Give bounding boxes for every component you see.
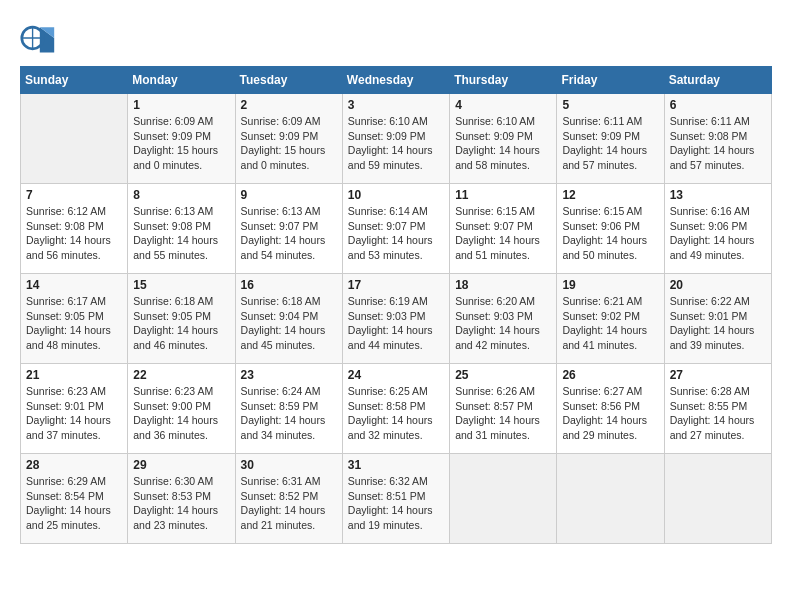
sunrise-text: Sunrise: 6:13 AM [241, 204, 337, 219]
week-row-3: 14Sunrise: 6:17 AMSunset: 9:05 PMDayligh… [21, 274, 772, 364]
day-number: 28 [26, 458, 122, 472]
sunset-text: Sunset: 9:08 PM [133, 219, 229, 234]
day-number: 19 [562, 278, 658, 292]
calendar-cell: 25Sunrise: 6:26 AMSunset: 8:57 PMDayligh… [450, 364, 557, 454]
day-number: 12 [562, 188, 658, 202]
weekday-header-tuesday: Tuesday [235, 67, 342, 94]
sunset-text: Sunset: 9:01 PM [26, 399, 122, 414]
day-number: 31 [348, 458, 444, 472]
sunset-text: Sunset: 8:54 PM [26, 489, 122, 504]
daylight-text: Daylight: 14 hours and 19 minutes. [348, 503, 444, 532]
day-number: 1 [133, 98, 229, 112]
sunset-text: Sunset: 9:07 PM [348, 219, 444, 234]
weekday-header-saturday: Saturday [664, 67, 771, 94]
day-number: 25 [455, 368, 551, 382]
logo [20, 20, 62, 56]
calendar-cell: 10Sunrise: 6:14 AMSunset: 9:07 PMDayligh… [342, 184, 449, 274]
calendar-cell: 12Sunrise: 6:15 AMSunset: 9:06 PMDayligh… [557, 184, 664, 274]
day-number: 4 [455, 98, 551, 112]
sunset-text: Sunset: 9:05 PM [133, 309, 229, 324]
weekday-header-wednesday: Wednesday [342, 67, 449, 94]
sunset-text: Sunset: 8:58 PM [348, 399, 444, 414]
sunrise-text: Sunrise: 6:23 AM [133, 384, 229, 399]
logo-icon [20, 20, 56, 56]
week-row-1: 1Sunrise: 6:09 AMSunset: 9:09 PMDaylight… [21, 94, 772, 184]
calendar-cell: 19Sunrise: 6:21 AMSunset: 9:02 PMDayligh… [557, 274, 664, 364]
daylight-text: Daylight: 14 hours and 51 minutes. [455, 233, 551, 262]
sunset-text: Sunset: 9:03 PM [348, 309, 444, 324]
weekday-header-row: SundayMondayTuesdayWednesdayThursdayFrid… [21, 67, 772, 94]
calendar-table: SundayMondayTuesdayWednesdayThursdayFrid… [20, 66, 772, 544]
sunrise-text: Sunrise: 6:22 AM [670, 294, 766, 309]
calendar-cell: 8Sunrise: 6:13 AMSunset: 9:08 PMDaylight… [128, 184, 235, 274]
calendar-cell: 3Sunrise: 6:10 AMSunset: 9:09 PMDaylight… [342, 94, 449, 184]
daylight-text: Daylight: 14 hours and 39 minutes. [670, 323, 766, 352]
day-number: 14 [26, 278, 122, 292]
daylight-text: Daylight: 14 hours and 36 minutes. [133, 413, 229, 442]
sunrise-text: Sunrise: 6:14 AM [348, 204, 444, 219]
weekday-header-monday: Monday [128, 67, 235, 94]
sunset-text: Sunset: 9:08 PM [26, 219, 122, 234]
weekday-header-friday: Friday [557, 67, 664, 94]
day-number: 16 [241, 278, 337, 292]
sunset-text: Sunset: 9:07 PM [241, 219, 337, 234]
calendar-cell: 30Sunrise: 6:31 AMSunset: 8:52 PMDayligh… [235, 454, 342, 544]
sunset-text: Sunset: 9:01 PM [670, 309, 766, 324]
daylight-text: Daylight: 14 hours and 59 minutes. [348, 143, 444, 172]
sunset-text: Sunset: 9:09 PM [562, 129, 658, 144]
day-number: 13 [670, 188, 766, 202]
calendar-cell: 22Sunrise: 6:23 AMSunset: 9:00 PMDayligh… [128, 364, 235, 454]
sunrise-text: Sunrise: 6:11 AM [670, 114, 766, 129]
sunset-text: Sunset: 8:57 PM [455, 399, 551, 414]
sunrise-text: Sunrise: 6:12 AM [26, 204, 122, 219]
sunrise-text: Sunrise: 6:16 AM [670, 204, 766, 219]
calendar-cell: 9Sunrise: 6:13 AMSunset: 9:07 PMDaylight… [235, 184, 342, 274]
day-number: 2 [241, 98, 337, 112]
calendar-cell [557, 454, 664, 544]
daylight-text: Daylight: 14 hours and 50 minutes. [562, 233, 658, 262]
sunrise-text: Sunrise: 6:18 AM [133, 294, 229, 309]
sunrise-text: Sunrise: 6:21 AM [562, 294, 658, 309]
sunrise-text: Sunrise: 6:13 AM [133, 204, 229, 219]
day-number: 9 [241, 188, 337, 202]
calendar-cell: 17Sunrise: 6:19 AMSunset: 9:03 PMDayligh… [342, 274, 449, 364]
sunset-text: Sunset: 8:59 PM [241, 399, 337, 414]
calendar-cell: 6Sunrise: 6:11 AMSunset: 9:08 PMDaylight… [664, 94, 771, 184]
calendar-cell: 16Sunrise: 6:18 AMSunset: 9:04 PMDayligh… [235, 274, 342, 364]
sunset-text: Sunset: 8:51 PM [348, 489, 444, 504]
day-number: 20 [670, 278, 766, 292]
calendar-cell [664, 454, 771, 544]
sunrise-text: Sunrise: 6:10 AM [348, 114, 444, 129]
daylight-text: Daylight: 14 hours and 55 minutes. [133, 233, 229, 262]
calendar-cell [21, 94, 128, 184]
daylight-text: Daylight: 14 hours and 56 minutes. [26, 233, 122, 262]
sunrise-text: Sunrise: 6:18 AM [241, 294, 337, 309]
day-number: 30 [241, 458, 337, 472]
daylight-text: Daylight: 14 hours and 32 minutes. [348, 413, 444, 442]
sunset-text: Sunset: 8:55 PM [670, 399, 766, 414]
daylight-text: Daylight: 14 hours and 45 minutes. [241, 323, 337, 352]
sunrise-text: Sunrise: 6:11 AM [562, 114, 658, 129]
day-number: 18 [455, 278, 551, 292]
sunrise-text: Sunrise: 6:15 AM [455, 204, 551, 219]
day-number: 6 [670, 98, 766, 112]
daylight-text: Daylight: 15 hours and 0 minutes. [241, 143, 337, 172]
daylight-text: Daylight: 14 hours and 42 minutes. [455, 323, 551, 352]
daylight-text: Daylight: 14 hours and 48 minutes. [26, 323, 122, 352]
calendar-cell: 24Sunrise: 6:25 AMSunset: 8:58 PMDayligh… [342, 364, 449, 454]
sunset-text: Sunset: 9:09 PM [455, 129, 551, 144]
sunrise-text: Sunrise: 6:15 AM [562, 204, 658, 219]
calendar-cell: 13Sunrise: 6:16 AMSunset: 9:06 PMDayligh… [664, 184, 771, 274]
sunrise-text: Sunrise: 6:19 AM [348, 294, 444, 309]
daylight-text: Daylight: 14 hours and 31 minutes. [455, 413, 551, 442]
sunrise-text: Sunrise: 6:09 AM [133, 114, 229, 129]
day-number: 24 [348, 368, 444, 382]
page-header [20, 20, 772, 56]
sunrise-text: Sunrise: 6:29 AM [26, 474, 122, 489]
sunrise-text: Sunrise: 6:17 AM [26, 294, 122, 309]
daylight-text: Daylight: 14 hours and 53 minutes. [348, 233, 444, 262]
day-number: 22 [133, 368, 229, 382]
week-row-2: 7Sunrise: 6:12 AMSunset: 9:08 PMDaylight… [21, 184, 772, 274]
sunset-text: Sunset: 9:09 PM [348, 129, 444, 144]
day-number: 29 [133, 458, 229, 472]
